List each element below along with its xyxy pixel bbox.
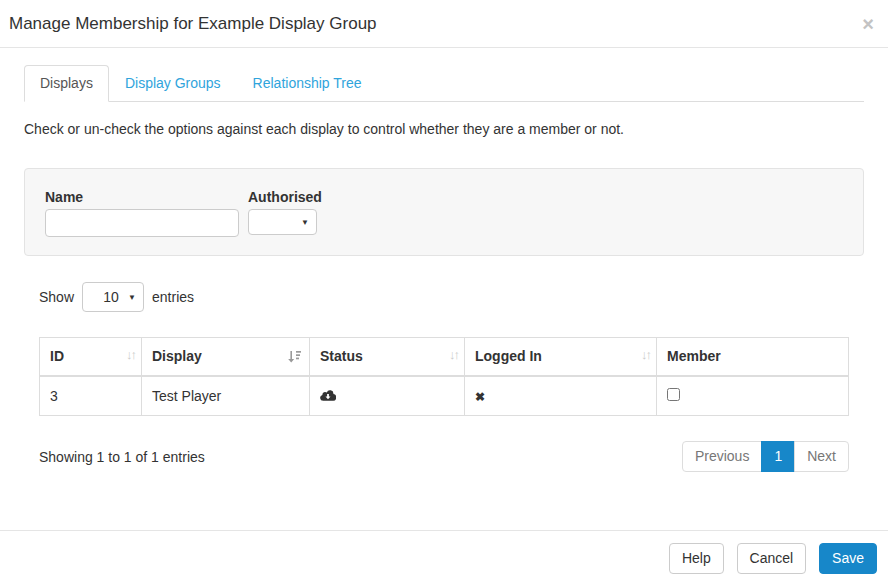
- sort-icon: ↓↑: [641, 348, 650, 361]
- authorised-label: Authorised: [248, 189, 322, 205]
- close-icon[interactable]: ×: [862, 14, 874, 34]
- cell-display: Test Player: [142, 376, 310, 416]
- chevron-down-icon: ▼: [301, 218, 309, 227]
- column-header-id[interactable]: ID ↓↑: [40, 338, 142, 376]
- entries-select-value: 10: [103, 289, 119, 305]
- name-input[interactable]: [45, 209, 239, 237]
- member-checkbox[interactable]: [667, 388, 680, 401]
- modal-header: Manage Membership for Example Display Gr…: [0, 0, 888, 48]
- chevron-down-icon: ▼: [128, 293, 136, 302]
- table-row: 3 Test Player ✖: [40, 376, 849, 416]
- displays-table-area: ID ↓↑ Display: [39, 337, 849, 416]
- cross-icon: ✖: [475, 390, 485, 404]
- cell-member: [657, 376, 849, 416]
- sort-icon: ↓↑: [126, 348, 135, 361]
- modal-body: Displays Display Groups Relationship Tre…: [0, 48, 888, 472]
- filter-panel: Name Authorised ▼: [24, 168, 864, 256]
- tab-bar: Displays Display Groups Relationship Tre…: [24, 65, 864, 102]
- cell-logged-in: ✖: [465, 376, 657, 416]
- column-header-logged-in[interactable]: Logged In ↓↑: [465, 338, 657, 376]
- displays-table: ID ↓↑ Display: [39, 337, 849, 416]
- page-1-button[interactable]: 1: [761, 441, 795, 472]
- entries-select[interactable]: 10 ▼: [82, 282, 144, 312]
- pagination: Previous 1 Next: [682, 441, 849, 472]
- sort-icon: ↓↑: [449, 348, 458, 361]
- instruction-text: Check or un-check the options against ea…: [24, 120, 864, 138]
- column-header-display[interactable]: Display: [142, 338, 310, 376]
- cloud-download-icon: [320, 389, 336, 401]
- table-header-row: ID ↓↑ Display: [40, 338, 849, 376]
- modal-footer: Help Cancel Save: [0, 530, 888, 586]
- tab-displays[interactable]: Displays: [24, 65, 109, 102]
- authorised-select[interactable]: ▼: [248, 209, 317, 235]
- tab-display-groups[interactable]: Display Groups: [109, 65, 237, 102]
- show-label: Show: [39, 289, 74, 305]
- table-footer: Showing 1 to 1 of 1 entries Previous 1 N…: [39, 441, 849, 472]
- previous-page-button[interactable]: Previous: [682, 441, 762, 472]
- name-filter-group: Name: [45, 189, 239, 235]
- entries-summary: Showing 1 to 1 of 1 entries: [39, 449, 205, 465]
- cell-status: [310, 376, 465, 416]
- cancel-button[interactable]: Cancel: [737, 543, 807, 574]
- length-control: Show 10 ▼ entries: [39, 282, 849, 312]
- next-page-button[interactable]: Next: [794, 441, 849, 472]
- cell-id: 3: [40, 376, 142, 416]
- sort-asc-icon: [288, 350, 301, 363]
- column-header-member: Member: [657, 338, 849, 376]
- help-button[interactable]: Help: [669, 543, 724, 574]
- entries-label: entries: [152, 289, 194, 305]
- authorised-filter-group: Authorised ▼: [248, 189, 322, 235]
- column-header-status[interactable]: Status ↓↑: [310, 338, 465, 376]
- modal-title: Manage Membership for Example Display Gr…: [9, 14, 377, 34]
- save-button[interactable]: Save: [819, 543, 877, 574]
- name-label: Name: [45, 189, 239, 205]
- tab-relationship-tree[interactable]: Relationship Tree: [237, 65, 378, 102]
